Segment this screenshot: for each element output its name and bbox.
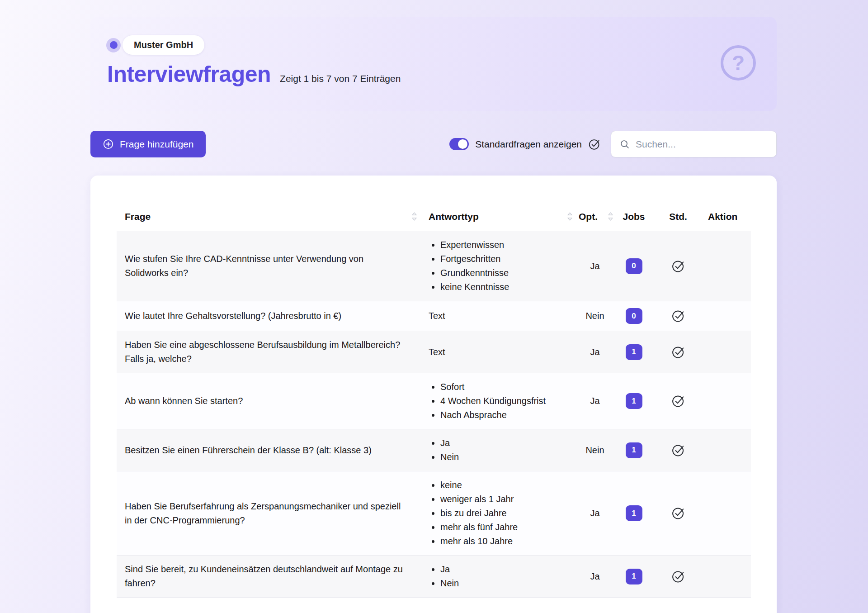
header-card: Muster GmbH Interviewfragen Zeigt 1 bis … [90, 17, 777, 111]
question-cell: Wie stufen Sie Ihre CAD-Kenntnisse unter… [117, 252, 429, 280]
question-cell: Ab wann können Sie starten? [117, 394, 429, 408]
standard-cell [656, 309, 700, 323]
optional-value: Ja [590, 347, 599, 357]
column-header-jobs: Jobs [611, 211, 656, 222]
answer-option: Nein [440, 450, 574, 464]
search-icon [619, 139, 630, 150]
optional-cell: Ja [579, 261, 611, 271]
column-header-std: Std. [656, 211, 700, 222]
question-text: Ab wann können Sie starten? [125, 396, 243, 406]
answer-option: Nein [440, 576, 574, 590]
table-row: Ab wann können Sie starten? Sofort4 Woch… [117, 373, 751, 429]
company-status-dot [106, 38, 121, 52]
question-text: Haben Sie eine abgeschlossene Berufsausb… [125, 340, 400, 364]
answer-type-cell: ExpertenwissenFortgeschrittenGrundkenntn… [429, 238, 579, 294]
answer-type-cell: JaNein [429, 562, 579, 590]
standard-check-icon [671, 259, 685, 273]
title-row: Interviewfragen Zeigt 1 bis 7 von 7 Eint… [107, 61, 401, 87]
toggle-label: Standardfragen anzeigen [475, 139, 582, 150]
answer-options-list: JaNein [429, 436, 574, 464]
column-label: Frage [125, 209, 151, 223]
optional-cell: Nein [579, 311, 611, 321]
question-cell: Haben Sie Berufserfahrung als Zerspanung… [117, 499, 429, 527]
help-icon[interactable]: ? [721, 45, 756, 81]
question-mark-glyph: ? [732, 52, 745, 73]
question-text: Haben Sie Berufserfahrung als Zerspanung… [125, 501, 401, 525]
standard-cell [656, 345, 700, 359]
answer-option: Expertenwissen [440, 238, 574, 252]
optional-value: Ja [590, 508, 599, 518]
add-question-button[interactable]: Frage hinzufügen [90, 131, 206, 157]
answer-option: Sofort [440, 380, 574, 394]
company-name-pill: Muster GmbH [123, 35, 204, 55]
optional-cell: Ja [579, 508, 611, 518]
column-header-frage[interactable]: Frage [117, 209, 429, 223]
question-cell: Besitzen Sie einen Führerschein der Klas… [117, 443, 429, 457]
jobs-cell: 1 [611, 393, 656, 409]
answer-option: Ja [440, 562, 574, 576]
standard-cell [656, 394, 700, 408]
answer-type-cell: JaNein [429, 436, 579, 464]
answer-option: Ja [440, 436, 574, 450]
toggle-knob [458, 139, 467, 149]
dot-icon [110, 41, 118, 49]
sort-icon[interactable] [566, 211, 573, 222]
column-label: Aktion [708, 211, 737, 222]
jobs-cell: 1 [611, 569, 656, 584]
question-cell: Wie lautet Ihre Gehaltsvorstellung? (Jah… [117, 309, 429, 323]
answer-type-cell: Text [429, 309, 579, 323]
question-cell: Haben Sie eine abgeschlossene Berufsausb… [117, 338, 429, 366]
answer-options-list: Sofort4 Wochen KündigungsfristNach Abspr… [429, 380, 574, 422]
table-row: Sind Sie bereit, zu Kundeneinsätzen deut… [117, 556, 751, 598]
optional-cell: Ja [579, 347, 611, 357]
jobs-count-badge: 1 [626, 442, 642, 458]
table-row: Haben Sie eine abgeschlossene Berufsausb… [117, 331, 751, 373]
search-box [611, 131, 777, 157]
jobs-count-badge: 0 [626, 258, 642, 274]
jobs-cell: 0 [611, 308, 656, 324]
table-row: Besitzen Sie einen Führerschein der Klas… [117, 429, 751, 471]
answer-options-list: JaNein [429, 562, 574, 590]
question-text: Besitzen Sie einen Führerschein der Klas… [125, 445, 372, 455]
entries-count-text: Zeigt 1 bis 7 von 7 Einträgen [280, 73, 401, 84]
circled-plus-icon [103, 138, 114, 150]
answer-option: weniger als 1 Jahr [440, 492, 574, 506]
column-label: Std. [669, 211, 687, 222]
table-header-row: Frage Antworttyp Opt. [117, 202, 751, 231]
optional-cell: Ja [579, 396, 611, 406]
answer-option: Fortgeschritten [440, 252, 574, 266]
optional-value: Ja [590, 261, 599, 271]
table-row: Wie lautet Ihre Gehaltsvorstellung? (Jah… [117, 301, 751, 331]
jobs-cell: 0 [611, 258, 656, 274]
optional-value: Ja [590, 571, 599, 582]
column-header-antworttyp[interactable]: Antworttyp [429, 209, 579, 223]
answer-type-cell: Text [429, 345, 579, 359]
standard-cell [656, 259, 700, 273]
answer-option: keine [440, 478, 574, 492]
answer-type-text: Text [429, 347, 445, 357]
optional-cell: Nein [579, 445, 611, 456]
standard-cell [656, 570, 700, 584]
column-header-opt[interactable]: Opt. [579, 211, 611, 222]
standard-check-icon [671, 506, 685, 520]
standard-questions-toggle[interactable] [449, 138, 469, 150]
jobs-count-badge: 1 [626, 393, 642, 409]
column-header-aktion: Aktion [700, 211, 751, 222]
question-text: Wie stufen Sie Ihre CAD-Kenntnisse unter… [125, 254, 363, 278]
answer-options-list: keineweniger als 1 Jahrbis zu drei Jahre… [429, 478, 574, 548]
optional-value: Ja [590, 396, 599, 406]
answer-option: bis zu drei Jahre [440, 506, 574, 520]
question-text: Wie lautet Ihre Gehaltsvorstellung? (Jah… [125, 311, 341, 321]
sort-icon[interactable] [411, 211, 418, 222]
page-title: Interviewfragen [107, 61, 271, 87]
question-text: Sind Sie bereit, zu Kundeneinsätzen deut… [125, 564, 403, 588]
answer-type-text: Text [429, 311, 445, 321]
column-label: Antworttyp [429, 209, 479, 223]
answer-option: mehr als 10 Jahre [440, 534, 574, 548]
add-question-label: Frage hinzufügen [120, 139, 193, 150]
standard-check-icon [671, 309, 685, 323]
controls-row: Frage hinzufügen Standardfragen anzeigen [90, 131, 777, 157]
answer-type-cell: Sofort4 Wochen KündigungsfristNach Abspr… [429, 380, 579, 422]
search-input[interactable] [636, 139, 768, 150]
answer-type-cell: keineweniger als 1 Jahrbis zu drei Jahre… [429, 478, 579, 548]
